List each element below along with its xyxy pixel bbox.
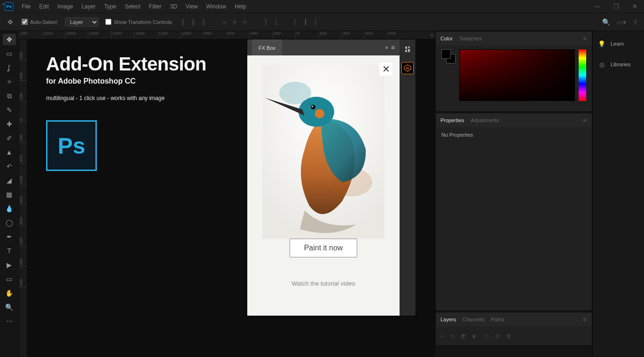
menu-help[interactable]: Help [235,3,246,10]
color-field[interactable] [459,49,575,101]
history-brush-tool[interactable]: ↶ [3,161,16,172]
healing-brush-tool[interactable]: ✚ [3,118,16,130]
menu-filter[interactable]: Filter [149,3,162,10]
type-tool[interactable]: T [3,245,16,256]
lasso-tool[interactable]: ʆ [3,62,16,73]
fx-box-menu-icon[interactable]: ≡ [391,44,395,51]
fx-box-collapse-icon[interactable]: » [385,44,387,51]
link-layers-icon[interactable]: ∞ [440,333,444,339]
learn-tab[interactable]: 💡 Learn [597,39,639,48]
hue-slider[interactable] [579,49,586,101]
auto-select-checkbox[interactable]: Auto-Select: [22,19,58,25]
brush-tool[interactable]: ✐ [3,132,16,144]
fx-box-close-icon[interactable]: ✕ [379,62,393,76]
layer-dropdown[interactable]: Layer [65,17,99,27]
menu-layer[interactable]: Layer [81,3,95,10]
fx-side-fx-icon[interactable]: fx [401,62,414,74]
fx-box-body: ✕ [247,55,400,316]
layers-panel: Layers Channels Paths ≡ ∞ fx ◩ ◐ 🗀 ⊞ 🗑 [435,312,592,346]
menu-3d[interactable]: 3D [170,3,177,10]
fx-box-tab[interactable]: FX Box [252,39,282,55]
search-icon[interactable]: 🔍 [602,18,610,26]
fg-bg-swatch[interactable] [441,49,456,63]
fx-box-panel: FX Box » ≡ ✕ [247,39,416,316]
layer-mask-icon[interactable]: ◩ [461,333,466,339]
align-center-v-icon[interactable]: ╪ [230,18,239,26]
menu-window[interactable]: Window [206,3,227,10]
menu-type[interactable]: Type [104,3,116,10]
show-transform-checkbox[interactable]: Show Transform Controls [105,19,172,25]
shape-tool[interactable]: ▭ [3,273,16,285]
tab-color[interactable]: Color [440,36,453,41]
hand-tool[interactable]: ✋ [3,287,16,299]
distribute-h-icon[interactable]: ┇ [261,18,270,26]
panel-menu-icon[interactable]: ≡ [583,35,587,42]
move-tool[interactable]: ✥ [3,34,16,45]
marquee-tool[interactable]: ▭ [3,48,16,59]
distribute-v-icon[interactable]: ┋ [272,18,280,26]
align-top-icon[interactable]: ╤ [220,18,228,26]
window-controls: — ❐ ✕ [592,2,639,11]
crop-tool[interactable]: ⧉ [3,90,16,101]
menu-file[interactable]: File [22,3,31,10]
distribute-center-icon[interactable]: ▎ [303,18,311,26]
bulb-icon: 💡 [597,39,606,48]
panel-menu-icon[interactable]: ≡ [583,316,587,323]
menu-edit[interactable]: Edit [39,3,49,10]
show-transform-label: Show Transform Controls [114,19,172,25]
collapse-toolbar-icon[interactable]: » [2,1,4,7]
eyedropper-tool[interactable]: ✎ [3,104,16,116]
layer-style-icon[interactable]: fx [451,333,455,339]
learn-label: Learn [611,41,624,47]
gradient-tool[interactable]: ▦ [3,189,16,200]
distribute-left-icon[interactable]: ▏ [292,18,301,26]
auto-select-input[interactable] [22,19,28,25]
libraries-tab[interactable]: ◎ Libraries [597,60,639,69]
panel-menu-icon[interactable]: ≡ [583,116,587,124]
close-window-icon[interactable]: ✕ [630,2,639,11]
tab-paths[interactable]: Paths [491,317,504,322]
show-transform-input[interactable] [105,19,111,25]
clone-stamp-tool[interactable]: ▲ [3,147,16,158]
more-tools-icon[interactable]: ⋯ [3,316,16,327]
collapse-ruler-icon[interactable]: « [431,32,432,38]
tab-properties[interactable]: Properties [440,117,464,123]
align-right-icon[interactable]: ╢ [199,18,208,26]
maximize-icon[interactable]: ❐ [612,2,621,11]
right-panel-dock: Color Swatches ≡ Properties Adjustments [435,31,644,357]
tab-adjustments[interactable]: Adjustments [471,117,499,123]
blur-tool[interactable]: 💧 [3,203,16,214]
svg-text:fx: fx [406,67,409,70]
group-layers-icon[interactable]: 🗀 [484,333,489,339]
no-properties-text: No Properties [436,127,592,310]
paint-it-now-button[interactable]: Paint it now [290,239,358,257]
align-center-h-icon[interactable]: ╫ [189,18,197,26]
fx-side-tool-icon[interactable] [401,43,414,55]
new-layer-icon[interactable]: ⊞ [495,333,500,339]
menu-image[interactable]: Image [57,3,73,10]
delete-layer-icon[interactable]: 🗑 [506,333,511,339]
align-left-icon[interactable]: ╟ [179,18,187,26]
zoom-tool[interactable]: 🔍 [3,302,16,313]
share-icon[interactable]: ⇪ [633,18,638,26]
ruler-vertical: 600 400 200 0 200 400 600 800 000 200 40… [19,39,27,357]
svg-point-4 [315,109,324,118]
tutorial-link[interactable]: Watch the tutorial video [291,280,355,287]
dodge-tool[interactable]: ◯ [3,217,16,228]
menu-view[interactable]: View [186,3,198,10]
pen-tool[interactable]: ✒ [3,231,16,242]
distribute-right-icon[interactable]: ▏ [313,18,322,26]
eraser-tool[interactable]: ◢ [3,175,16,186]
tab-channels[interactable]: Channels [463,317,484,322]
tab-swatches[interactable]: Swatches [459,36,482,41]
minimize-icon[interactable]: — [592,2,602,11]
path-select-tool[interactable]: ▶ [3,259,16,271]
auto-select-label: Auto-Select: [30,19,58,25]
align-bottom-icon[interactable]: ╧ [241,18,249,26]
tab-layers[interactable]: Layers [440,317,456,322]
magic-wand-tool[interactable]: ✧ [3,76,16,87]
foreground-color-swatch[interactable] [441,49,451,59]
workspace-switch-icon[interactable]: ▭▾ [617,18,626,26]
menu-select[interactable]: Select [125,3,140,10]
adjustment-layer-icon[interactable]: ◐ [472,333,477,339]
